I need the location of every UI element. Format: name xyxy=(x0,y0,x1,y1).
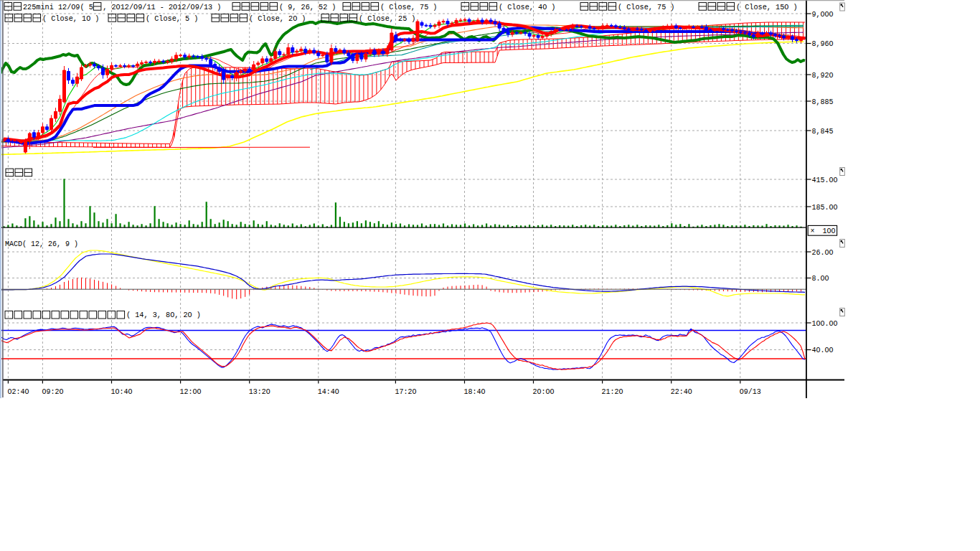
svg-text:( Close, 75 ): ( Close, 75 ) xyxy=(380,4,437,11)
svg-text:4O.OO: 4O.OO xyxy=(812,347,834,354)
svg-text:18:4O: 18:4O xyxy=(464,388,486,396)
svg-text:( Close, 75 ): ( Close, 75 ) xyxy=(618,4,674,11)
svg-text:14:4O: 14:4O xyxy=(318,388,339,396)
svg-text:×: × xyxy=(811,227,815,235)
svg-text:225mini 12/O9( 5: 225mini 12/O9( 5 xyxy=(23,4,93,11)
svg-text:8.OO: 8.OO xyxy=(812,275,829,283)
svg-text:8,885: 8,885 xyxy=(812,98,834,106)
svg-text:2O:OO: 2O:OO xyxy=(533,388,555,396)
svg-text:1OO: 1OO xyxy=(823,227,836,235)
svg-text:( 9, 26, 52 ): ( 9, 26, 52 ) xyxy=(279,4,336,11)
svg-text:( Close, 15O ): ( Close, 15O ) xyxy=(736,4,798,11)
svg-text:( 14, 3, 8O, 2O ): ( 14, 3, 8O, 2O ) xyxy=(126,311,201,319)
svg-text:8,92O: 8,92O xyxy=(812,72,834,80)
svg-text:( Close, 1O ): ( Close, 1O ) xyxy=(42,15,99,23)
svg-text:1O:4O: 1O:4O xyxy=(111,388,133,396)
svg-text:( Close, 4O ): ( Close, 4O ) xyxy=(499,4,555,11)
svg-text:9,OOO: 9,OOO xyxy=(812,11,834,19)
svg-text:12:OO: 12:OO xyxy=(180,388,202,396)
svg-text:22:4O: 22:4O xyxy=(671,388,692,396)
svg-text:, 2O12/O9/11 - 2O12/O9/13 ): , 2O12/O9/11 - 2O12/O9/13 ) xyxy=(103,4,221,11)
svg-text:( Close, 2O ): ( Close, 2O ) xyxy=(249,15,306,23)
svg-text:1OO.OO: 1OO.OO xyxy=(812,320,838,328)
svg-text:O2:4O: O2:4O xyxy=(7,388,29,396)
svg-text:MACD( 12, 26, 9 ): MACD( 12, 26, 9 ) xyxy=(5,240,78,248)
svg-text:17:2O: 17:2O xyxy=(395,388,416,396)
svg-text:O9:2O: O9:2O xyxy=(42,388,63,396)
svg-text:26.OO: 26.OO xyxy=(812,249,834,257)
svg-text:8,845: 8,845 xyxy=(812,128,834,136)
svg-text:( Close, 25 ): ( Close, 25 ) xyxy=(359,15,415,23)
svg-text:O9/13: O9/13 xyxy=(740,388,761,396)
svg-text:8,96O: 8,96O xyxy=(812,40,834,48)
svg-text:13:2O: 13:2O xyxy=(249,388,270,396)
svg-text:415.OO: 415.OO xyxy=(812,176,838,184)
svg-text:( Close, 5 ): ( Close, 5 ) xyxy=(146,15,198,23)
svg-text:21:2O: 21:2O xyxy=(602,388,623,396)
svg-text:185.OO: 185.OO xyxy=(812,204,838,212)
